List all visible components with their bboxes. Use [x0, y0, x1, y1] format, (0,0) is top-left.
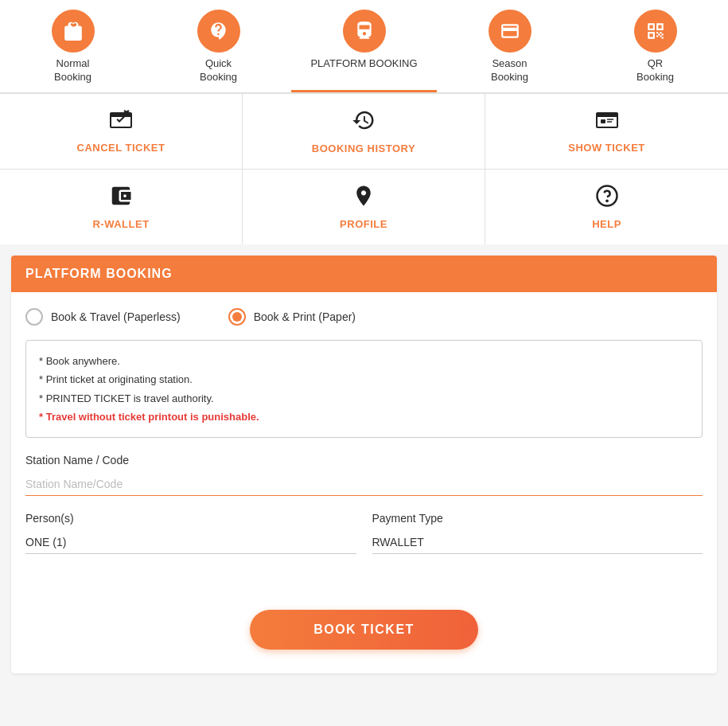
persons-label: Person(s)	[25, 512, 356, 525]
booking-form: Book & Travel (Paperless) Book & Print (…	[11, 292, 717, 674]
nav-season-booking[interactable]: SeasonBooking	[437, 0, 582, 92]
platform-booking-icon	[343, 10, 386, 53]
info-line-warning: * Travel without ticket printout is puni…	[39, 408, 689, 426]
main-content: PLATFORM BOOKING Book & Travel (Paperles…	[0, 244, 728, 685]
r-wallet-icon	[109, 184, 133, 213]
persons-value[interactable]: ONE (1)	[25, 531, 356, 554]
book-ticket-button[interactable]: BOOK TICKET	[250, 610, 478, 650]
help-label: HELP	[592, 218, 621, 230]
info-box: * Book anywhere. * Print ticket at origi…	[25, 340, 703, 439]
profile-cell[interactable]: PROFILE	[243, 170, 485, 244]
show-ticket-cell[interactable]: SHOW TICKET	[485, 94, 728, 170]
top-navigation: NormalBooking QuickBooking PLATFORM BOOK…	[0, 0, 728, 93]
paper-radio-inner	[232, 312, 242, 322]
profile-icon	[352, 184, 376, 213]
section-title: PLATFORM BOOKING	[11, 256, 717, 292]
quick-booking-icon	[197, 10, 240, 53]
normal-booking-icon	[52, 10, 95, 53]
season-booking-icon	[489, 10, 531, 53]
profile-label: PROFILE	[340, 218, 387, 230]
info-line-3: * PRINTED TICKET is travel authority.	[39, 389, 689, 408]
payment-value[interactable]: RWALLET	[372, 531, 703, 554]
persons-field-group: Person(s) ONE (1)	[25, 512, 356, 554]
payment-label: Payment Type	[372, 512, 703, 525]
paper-option[interactable]: Book & Print (Paper)	[228, 308, 356, 326]
show-ticket-icon	[594, 109, 620, 137]
paper-radio-outer[interactable]	[228, 308, 246, 326]
book-button-wrapper: BOOK TICKET	[25, 594, 703, 658]
platform-booking-card: PLATFORM BOOKING Book & Travel (Paperles…	[11, 256, 717, 674]
nav-normal-booking[interactable]: NormalBooking	[0, 0, 146, 92]
station-field-group: Station Name / Code	[25, 454, 703, 496]
ticket-type-radio-group: Book & Travel (Paperless) Book & Print (…	[25, 308, 703, 326]
info-line-1: * Book anywhere.	[39, 352, 689, 370]
station-input[interactable]	[25, 473, 703, 496]
booking-history-cell[interactable]: BOOKING HISTORY	[243, 94, 485, 170]
show-ticket-label: SHOW TICKET	[568, 142, 645, 154]
help-icon	[595, 184, 619, 213]
booking-history-icon	[352, 108, 376, 138]
nav-platform-booking-label: PLATFORM BOOKING	[310, 57, 417, 71]
paperless-option[interactable]: Book & Travel (Paperless)	[25, 308, 181, 326]
nav-quick-booking[interactable]: QuickBooking	[146, 0, 291, 92]
booking-history-label: BOOKING HISTORY	[312, 142, 415, 154]
nav-season-booking-label: SeasonBooking	[491, 57, 528, 84]
persons-payment-row: Person(s) ONE (1) Payment Type RWALLET	[25, 512, 703, 570]
nav-normal-booking-label: NormalBooking	[54, 57, 91, 84]
nav-qr-booking[interactable]: QRBooking	[582, 0, 728, 92]
paper-label: Book & Print (Paper)	[254, 310, 356, 323]
station-label: Station Name / Code	[25, 454, 703, 466]
info-line-2: * Print ticket at originating station.	[39, 370, 689, 388]
payment-field-group: Payment Type RWALLET	[372, 512, 703, 554]
paperless-radio-outer[interactable]	[25, 308, 43, 326]
nav-qr-booking-label: QRBooking	[637, 57, 674, 84]
cancel-ticket-cell[interactable]: CANCEL TICKET	[0, 94, 243, 170]
r-wallet-cell[interactable]: R-WALLET	[0, 170, 243, 244]
r-wallet-label: R-WALLET	[92, 218, 149, 230]
cancel-ticket-label: CANCEL TICKET	[77, 142, 165, 154]
paperless-label: Book & Travel (Paperless)	[51, 310, 181, 323]
help-cell[interactable]: HELP	[485, 170, 728, 244]
qr-booking-icon	[634, 10, 677, 53]
quick-actions-grid: CANCEL TICKET BOOKING HISTORY SHOW TICKE…	[0, 93, 728, 244]
nav-quick-booking-label: QuickBooking	[200, 57, 237, 84]
svg-rect-2	[601, 119, 605, 123]
cancel-ticket-icon	[108, 109, 134, 137]
nav-platform-booking[interactable]: PLATFORM BOOKING	[291, 0, 437, 92]
